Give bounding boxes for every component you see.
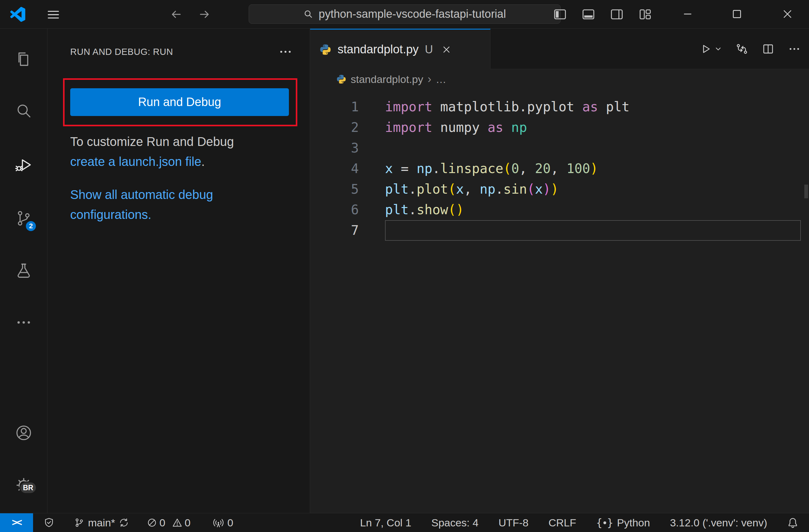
branch-icon — [74, 518, 84, 528]
minimize-icon[interactable] — [678, 7, 697, 21]
code-line-5[interactable]: plt.plot(x, np.sin(x)) — [385, 179, 801, 199]
run-dropdown-chevron-icon — [714, 45, 722, 53]
remote-indicator[interactable]: >< — [0, 513, 33, 532]
launch-suffix: . — [201, 155, 205, 169]
python-file-icon — [320, 44, 331, 55]
panel-title: RUN AND DEBUG: RUN — [70, 47, 173, 57]
branch-name: main* — [88, 517, 115, 529]
warnings-icon — [172, 518, 182, 528]
vscode-logo — [10, 7, 25, 22]
code-lines[interactable]: import matplotlib.pyplot as pltimport nu… — [385, 97, 809, 513]
ports-count: 0 — [227, 517, 234, 529]
create-launch-json-link[interactable]: create a launch.json file — [70, 155, 201, 169]
close-icon[interactable] — [778, 7, 797, 21]
python-file-icon — [336, 74, 346, 84]
cursor-position-status[interactable]: Ln 7, Col 1 — [360, 517, 411, 529]
sync-icon — [119, 518, 129, 528]
more-actions-icon[interactable] — [788, 42, 801, 55]
code-line-1[interactable]: import matplotlib.pyplot as plt — [385, 97, 801, 117]
line-number-gutter[interactable]: 1234567 — [310, 97, 359, 513]
line-number[interactable]: 1 — [310, 97, 359, 117]
split-editor-icon[interactable] — [761, 42, 775, 55]
title-bar: python-sample-vscode-fastapi-tutorial — [0, 0, 809, 29]
code-line-3[interactable] — [385, 138, 801, 158]
search-icon — [303, 9, 313, 19]
customize-hint-text: To customize Run and Debug create a laun… — [70, 131, 289, 172]
show-all-configs-text: Show all automatic debug configurations. — [70, 184, 251, 225]
python-interpreter-status[interactable]: 3.12.0 ('.venv': venv) — [670, 517, 767, 529]
more-views-ellipsis-icon[interactable] — [15, 314, 32, 331]
problems-status[interactable]: 0 0 — [147, 517, 195, 529]
breadcrumb-more[interactable]: … — [436, 73, 446, 86]
scrollbar-thumb[interactable] — [804, 184, 808, 198]
testing-beaker-icon[interactable] — [15, 262, 32, 279]
indentation-status[interactable]: Spaces: 4 — [431, 517, 478, 529]
line-number[interactable]: 5 — [310, 179, 359, 199]
radio-tower-icon — [213, 517, 224, 528]
activity-bar: 2 BR — [0, 29, 48, 513]
customize-layout-icon[interactable] — [638, 7, 652, 21]
show-all-configurations-link[interactable]: Show all automatic debug configurations. — [70, 188, 213, 221]
code-editor[interactable]: 1234567 import matplotlib.pyplot as plti… — [310, 89, 809, 513]
workspace-trust-shield-icon[interactable] — [44, 517, 54, 528]
toggle-primary-sidebar-icon[interactable] — [553, 7, 567, 21]
panel-more-actions-icon[interactable] — [279, 45, 292, 59]
search-icon[interactable] — [15, 102, 32, 120]
tab-bar: standardplot.py U — [310, 29, 809, 69]
code-line-7[interactable] — [385, 220, 801, 241]
search-value: python-sample-vscode-fastapi-tutorial — [319, 7, 506, 21]
status-bar: >< main* 0 0 0 Ln 7, Col 1 Spaces: 4 UTF… — [0, 513, 809, 532]
tab-close-icon[interactable] — [441, 44, 452, 55]
forward-arrow-icon[interactable] — [198, 8, 211, 21]
code-line-4[interactable]: x = np.linspace(0, 20, 100) — [385, 158, 801, 179]
source-control-badge: 2 — [25, 220, 37, 232]
breadcrumbs: standardplot.py › … — [310, 69, 809, 89]
line-number[interactable]: 2 — [310, 117, 359, 138]
breadcrumb-file[interactable]: standardplot.py — [351, 73, 424, 86]
accounts-icon[interactable] — [15, 424, 32, 442]
line-number[interactable]: 7 — [310, 220, 359, 241]
language-name: Python — [617, 517, 650, 529]
toggle-panel-icon[interactable] — [581, 7, 596, 21]
git-branch-status[interactable]: main* — [74, 517, 129, 529]
line-number[interactable]: 3 — [310, 138, 359, 158]
run-and-debug-button[interactable]: Run and Debug — [70, 88, 289, 116]
notifications-bell-icon[interactable] — [787, 517, 798, 528]
line-number[interactable]: 6 — [310, 199, 359, 220]
tab-filename: standardplot.py — [338, 43, 419, 56]
braces-icon: {} — [596, 517, 614, 529]
toggle-secondary-sidebar-icon[interactable] — [609, 7, 624, 21]
open-changes-icon[interactable] — [735, 42, 748, 55]
run-python-file-button[interactable] — [699, 42, 722, 55]
customize-line: To customize Run and Debug — [70, 135, 234, 148]
breadcrumb-separator-icon: › — [428, 73, 431, 86]
back-arrow-icon[interactable] — [170, 8, 183, 21]
warning-count: 0 — [185, 517, 191, 529]
menu-hamburger-icon[interactable] — [46, 7, 61, 21]
ports-status[interactable]: 0 — [213, 517, 234, 529]
run-and-debug-panel: RUN AND DEBUG: RUN Run and Debug To cust… — [48, 29, 310, 513]
line-number[interactable]: 4 — [310, 158, 359, 179]
tab-standardplot[interactable]: standardplot.py U — [310, 29, 490, 69]
code-line-2[interactable]: import numpy as np — [385, 117, 801, 138]
maximize-icon[interactable] — [727, 7, 746, 21]
eol-status[interactable]: CRLF — [549, 517, 576, 529]
profile-badge[interactable]: BR — [19, 481, 37, 494]
explorer-icon[interactable] — [15, 51, 32, 69]
encoding-status[interactable]: UTF-8 — [499, 517, 529, 529]
code-line-6[interactable]: plt.show() — [385, 199, 801, 220]
errors-icon — [147, 518, 157, 528]
command-center-search[interactable]: python-sample-vscode-fastapi-tutorial — [249, 4, 561, 24]
git-untracked-indicator: U — [425, 43, 433, 56]
run-and-debug-icon[interactable] — [15, 156, 32, 174]
error-count: 0 — [159, 517, 165, 529]
editor-group: standardplot.py U standardp — [310, 29, 809, 513]
language-mode-status[interactable]: {} Python — [596, 517, 650, 529]
